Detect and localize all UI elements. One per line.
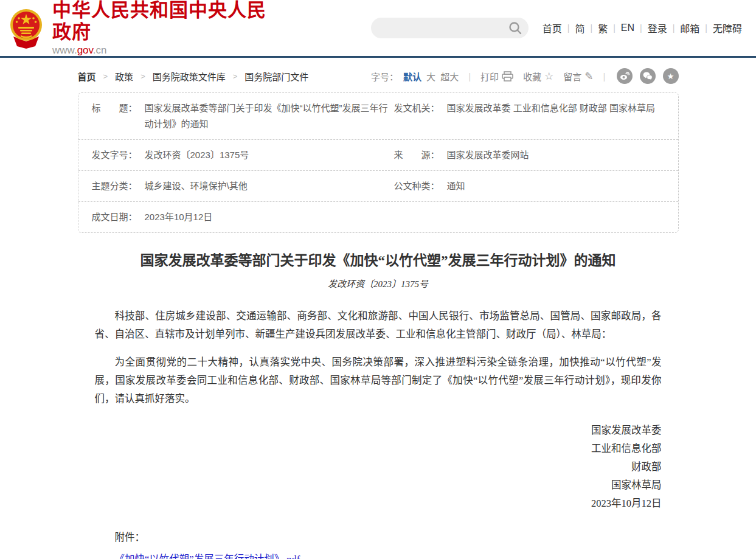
printer-icon bbox=[502, 71, 513, 82]
nav-english[interactable]: EN bbox=[616, 23, 640, 33]
meta-title-label: 标 题： bbox=[92, 100, 137, 132]
breadcrumb: 首页 > 政策 > 国务院政策文件库 > 国务院部门文件 bbox=[78, 70, 309, 83]
document-meta-table: 标 题： 国家发展改革委等部门关于印发《加快“以竹代塑”发展三年行动计划》的通知… bbox=[78, 92, 679, 233]
site-header: 中华人民共和国中央人民政府 www.gov.cn 首页| 简| 繁| EN| 登… bbox=[0, 0, 756, 58]
header-search bbox=[371, 18, 529, 38]
star-icon: ☆ bbox=[544, 70, 553, 83]
share-buttons: ★ bbox=[617, 68, 679, 84]
site-brand: 中华人民共和国中央人民政府 www.gov.cn bbox=[52, 0, 279, 57]
top-nav: 首页| 简| 繁| EN| 登录| 邮箱| 无障碍 bbox=[537, 21, 747, 35]
meta-doctype-value: 通知 bbox=[447, 178, 465, 194]
favorite-button[interactable]: 收藏 ☆ bbox=[523, 70, 553, 83]
meta-date-value: 2023年10月12日 bbox=[145, 209, 213, 225]
chevron-right-icon: > bbox=[140, 72, 145, 81]
chevron-right-icon: > bbox=[103, 72, 108, 81]
meta-topic-label: 主题分类： bbox=[92, 178, 137, 194]
toolbar-divider: | bbox=[603, 71, 606, 82]
signature-agency: 工业和信息化部 bbox=[95, 440, 662, 458]
meta-issuer-value: 国家发展改革委 工业和信息化部 财政部 国家林草局 bbox=[447, 100, 656, 132]
signature-date: 2023年10月12日 bbox=[95, 495, 662, 513]
breadcrumb-home[interactable]: 首页 bbox=[78, 70, 96, 83]
font-size-xlarge[interactable]: 超大 bbox=[440, 70, 459, 83]
breadcrumb-department-docs[interactable]: 国务院部门文件 bbox=[244, 70, 308, 83]
meta-title-value: 国家发展改革委等部门关于印发《加快“以竹代塑”发展三年行动计划》的通知 bbox=[145, 100, 394, 132]
meta-row-docno-source: 发文字号： 发改环资〔2023〕1375号 来 源： 国家发展改革委网站 bbox=[78, 140, 678, 171]
main-content: 首页 > 政策 > 国务院政策文件库 > 国务院部门文件 字号： 默认 大 超大… bbox=[78, 69, 679, 559]
paragraph-addressees: 科技部、住房城乡建设部、交通运输部、商务部、文化和旅游部、中国人民银行、市场监管… bbox=[95, 307, 662, 344]
attachment-pdf-link[interactable]: 《加快“以竹代塑”发展三年行动计划》.pdf bbox=[95, 550, 662, 559]
nav-home[interactable]: 首页 bbox=[537, 21, 567, 35]
site-title: 中华人民共和国中央人民政府 bbox=[52, 0, 279, 43]
font-size-large[interactable]: 大 bbox=[426, 70, 435, 83]
nav-mailbox[interactable]: 邮箱 bbox=[675, 21, 705, 35]
nav-simplified[interactable]: 简 bbox=[569, 21, 590, 35]
nav-traditional[interactable]: 繁 bbox=[592, 21, 613, 35]
document-article: 国家发展改革委等部门关于印发《加快“以竹代塑”发展三年行动计划》的通知 发改环资… bbox=[78, 252, 679, 559]
comment-button[interactable]: 留言 ✎ bbox=[563, 70, 593, 83]
signature-agency: 财政部 bbox=[95, 458, 662, 476]
meta-docno-label: 发文字号： bbox=[92, 147, 137, 163]
pencil-icon: ✎ bbox=[584, 70, 593, 83]
chevron-right-icon: > bbox=[233, 72, 238, 81]
font-size-label: 字号： bbox=[371, 70, 398, 83]
print-button[interactable]: 打印 bbox=[480, 70, 513, 83]
meta-date-label: 成文日期： bbox=[92, 209, 137, 225]
meta-topic-value: 城乡建设、环境保护\其他 bbox=[145, 178, 248, 194]
qzone-star-share-icon[interactable]: ★ bbox=[663, 68, 679, 84]
breadcrumb-policy[interactable]: 政策 bbox=[115, 70, 133, 83]
print-label: 打印 bbox=[480, 70, 499, 83]
font-size-default[interactable]: 默认 bbox=[403, 70, 421, 83]
signature-agency: 国家林草局 bbox=[95, 476, 662, 495]
document-number: 发改环资〔2023〕1375号 bbox=[78, 277, 679, 290]
signature-block: 国家发展改革委 工业和信息化部 财政部 国家林草局 2023年10月12日 bbox=[95, 422, 662, 513]
paragraph-main: 为全面贯彻党的二十大精神，认真落实党中央、国务院决策部署，深入推进塑料污染全链条… bbox=[95, 353, 662, 408]
url-suffix: .cn bbox=[93, 44, 107, 56]
nav-login[interactable]: 登录 bbox=[642, 21, 673, 35]
comment-label: 留言 bbox=[563, 70, 581, 83]
url-highlight: gov bbox=[77, 44, 93, 56]
attachment-label: 附件： bbox=[95, 529, 662, 544]
meta-source-value: 国家发展改革委网站 bbox=[447, 147, 529, 163]
toolbar-divider: | bbox=[468, 71, 471, 82]
url-prefix: www. bbox=[52, 44, 77, 56]
meta-row-title-issuer: 标 题： 国家发展改革委等部门关于印发《加快“以竹代塑”发展三年行动计划》的通知… bbox=[78, 93, 678, 140]
meta-issuer-label: 发文机关： bbox=[394, 100, 440, 132]
breadcrumb-policy-library[interactable]: 国务院政策文件库 bbox=[153, 70, 226, 83]
search-input[interactable] bbox=[371, 18, 529, 38]
meta-row-date: 成文日期： 2023年10月12日 bbox=[78, 202, 678, 232]
meta-docno-value: 发改环资〔2023〕1375号 bbox=[145, 147, 249, 163]
wechat-share-icon[interactable] bbox=[640, 68, 656, 84]
weibo-share-icon[interactable] bbox=[617, 68, 633, 84]
breadcrumb-toolbar-row: 首页 > 政策 > 国务院政策文件库 > 国务院部门文件 字号： 默认 大 超大… bbox=[78, 69, 679, 83]
page-tools: 字号： 默认 大 超大 | 打印 收藏 ☆ 留言 ✎ | bbox=[371, 68, 678, 84]
site-url: www.gov.cn bbox=[52, 44, 279, 57]
search-icon[interactable] bbox=[508, 21, 522, 35]
document-body: 科技部、住房城乡建设部、交通运输部、商务部、文化和旅游部、中国人民银行、市场监管… bbox=[95, 307, 662, 408]
document-title: 国家发展改革委等部门关于印发《加快“以竹代塑”发展三年行动计划》的通知 bbox=[78, 252, 679, 270]
signature-agency: 国家发展改革委 bbox=[95, 422, 662, 440]
attachment-list: 《加快“以竹代塑”发展三年行动计划》.pdf 《加快“以竹代塑”发展三年行动计划… bbox=[95, 550, 662, 559]
favorite-label: 收藏 bbox=[523, 70, 541, 83]
meta-row-topic-type: 主题分类： 城乡建设、环境保护\其他 公文种类： 通知 bbox=[78, 171, 678, 202]
nav-accessibility[interactable]: 无障碍 bbox=[707, 21, 747, 35]
national-emblem-logo bbox=[9, 9, 44, 49]
meta-source-label: 来 源： bbox=[394, 147, 440, 163]
meta-doctype-label: 公文种类： bbox=[394, 178, 440, 194]
